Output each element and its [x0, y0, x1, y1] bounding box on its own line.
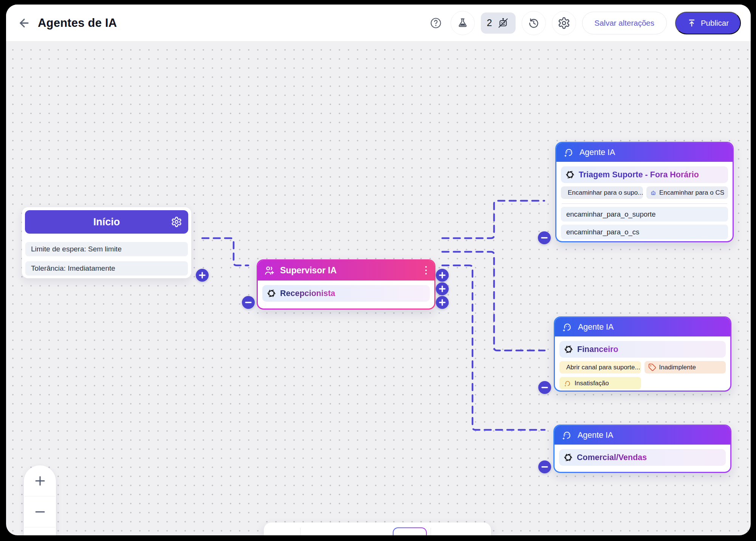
zoom-in-button[interactable]: [24, 465, 56, 496]
agent-node-header: Agente IA: [555, 426, 730, 445]
edge-supervisor-agent3[interactable]: [442, 265, 545, 430]
openai-icon: [565, 170, 575, 179]
ai-tool-button[interactable]: [393, 527, 427, 536]
zoom-out-button[interactable]: [24, 496, 56, 527]
app-window: Início Limite de espera: Sem limite Tole…: [6, 5, 751, 535]
start-node-header: Início: [25, 210, 188, 234]
trigger-chip[interactable]: Abrir canal para suporte...: [559, 361, 641, 374]
port-minus-agent2-input[interactable]: [538, 381, 551, 394]
tag-chip-label: Inadimplente: [659, 364, 696, 371]
port-minus-supervisor-input[interactable]: [242, 296, 255, 309]
agent-node-header: Agente IA: [555, 318, 730, 336]
function-row[interactable]: encaminhar_para_o_suporte: [561, 207, 728, 222]
tool-chip-label: Encaminhar para o CS: [659, 189, 724, 197]
robot-off-icon: [497, 17, 510, 29]
flask-icon: [456, 17, 469, 29]
openai-icon: [267, 289, 276, 298]
supervisor-node[interactable]: Supervisor IA Recepcionista: [257, 259, 435, 310]
arrow-left-icon: [18, 17, 31, 29]
robot-icon: [650, 189, 657, 197]
templates-grid-button[interactable]: [435, 527, 463, 536]
agent-node-label: Agente IA: [578, 322, 613, 332]
port-minus-agent3-input[interactable]: [538, 460, 551, 473]
top-bar: Agentes de IA 2: [6, 5, 751, 42]
divider: [431, 528, 431, 536]
agent-node-header: Agente IA: [556, 143, 733, 162]
agent-headset-icon: [561, 429, 573, 441]
frame-select-tool-button[interactable]: [304, 527, 332, 536]
agents-off-count: 2: [487, 17, 492, 28]
agent-name: Triagem Suporte - Fora Horário: [579, 170, 699, 180]
edge-supervisor-agent1[interactable]: [442, 201, 544, 238]
tool-chip-label: Encaminhar para o supo...: [568, 189, 643, 197]
gear-icon: [558, 17, 570, 29]
start-node-wait-limit: Limite de espera: Sem limite: [25, 242, 188, 256]
start-node-title: Início: [93, 216, 120, 228]
save-changes-button[interactable]: Salvar alterações: [582, 12, 667, 34]
edge-supervisor-agent2[interactable]: [442, 252, 545, 350]
supervisor-agent-name: Recepcionista: [280, 289, 335, 298]
agent-name: Comercial/Vendas: [577, 453, 647, 462]
publish-button[interactable]: Publicar: [675, 12, 741, 34]
agent-name: Financeiro: [577, 345, 618, 354]
settings-gear-icon[interactable]: [171, 216, 182, 228]
agent-headset-icon: [562, 146, 575, 158]
supervisor-node-title: Supervisor IA: [280, 265, 337, 276]
divider: [300, 528, 301, 536]
help-button[interactable]: [427, 14, 445, 32]
divider: [562, 203, 727, 204]
upload-icon: [687, 19, 696, 28]
tag-icon: [648, 363, 656, 371]
fit-view-button[interactable]: [24, 527, 56, 535]
settings-button[interactable]: [552, 11, 576, 35]
port-plus-supervisor-output-1[interactable]: [436, 269, 449, 282]
history-button[interactable]: [522, 11, 546, 35]
function-row[interactable]: encaminhar_para_o_cs: [561, 225, 728, 239]
agent-node-financeiro[interactable]: Agente IA Financeiro: [554, 316, 731, 392]
headset-sparkle-icon: [563, 379, 572, 388]
users-plus-icon: [264, 265, 275, 276]
port-minus-agent1-input[interactable]: [538, 231, 551, 244]
insert-node-button[interactable]: [363, 527, 391, 536]
back-button[interactable]: [16, 15, 33, 31]
clipboard-tool-button[interactable]: [334, 527, 362, 536]
agent-node-triagem[interactable]: Agente IA Triagem Suporte - Fora Horário: [555, 142, 734, 242]
agent-name-row[interactable]: Financeiro: [559, 341, 726, 358]
agent-headset-icon: [561, 321, 573, 333]
flow-canvas[interactable]: Início Limite de espera: Sem limite Tole…: [6, 42, 751, 535]
help-icon: [429, 16, 443, 30]
select-tool-button[interactable]: [268, 527, 296, 536]
tool-chip[interactable]: Encaminhar para o CS: [646, 186, 728, 199]
supervisor-agent-row[interactable]: Recepcionista: [262, 285, 430, 302]
supervisor-node-header: Supervisor IA: [258, 260, 434, 281]
agent-name-row[interactable]: Triagem Suporte - Fora Horário: [561, 166, 728, 183]
openai-icon: [564, 453, 573, 462]
page-title: Agentes de IA: [38, 16, 117, 30]
agent-name-row[interactable]: Comercial/Vendas: [559, 449, 726, 466]
agent-node-label: Agente IA: [579, 148, 615, 157]
canvas-toolbar: [264, 522, 491, 535]
kebab-menu-icon[interactable]: [424, 265, 428, 276]
edge-start-supervisor[interactable]: [202, 238, 248, 265]
start-node-tolerance: Tolerância: Imediatamente: [25, 261, 188, 276]
start-node[interactable]: Início Limite de espera: Sem limite Tole…: [22, 207, 191, 278]
publish-button-label: Publicar: [701, 19, 729, 28]
tag-chip[interactable]: Inadimplente: [644, 361, 726, 374]
trigger-chip-label: Abrir canal para suporte...: [566, 364, 640, 371]
agent-node-label: Agente IA: [578, 431, 613, 440]
agent-node-comercial[interactable]: Agente IA Comercial/Vendas: [553, 425, 731, 473]
sentiment-chip[interactable]: Insatisfação: [559, 377, 641, 389]
port-plus-supervisor-output-2[interactable]: [436, 282, 449, 295]
history-icon: [527, 17, 540, 29]
zoom-controls: [24, 465, 56, 535]
agents-off-badge[interactable]: 2: [481, 12, 516, 34]
tool-chip[interactable]: Encaminhar para o supo...: [561, 186, 643, 199]
test-lab-button[interactable]: [451, 11, 475, 35]
port-plus-start-output[interactable]: [196, 269, 209, 282]
port-plus-supervisor-output-3[interactable]: [436, 296, 449, 309]
openai-icon: [564, 345, 573, 354]
sentiment-chip-label: Insatisfação: [575, 380, 609, 387]
